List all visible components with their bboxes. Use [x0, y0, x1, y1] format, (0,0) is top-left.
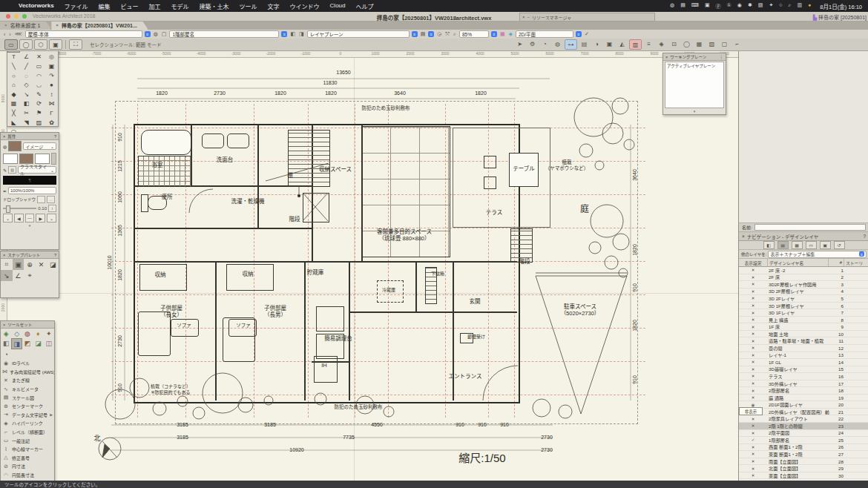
checkbox-icon[interactable]: ▢: [161, 31, 168, 37]
layer-row[interactable]: ✕3D 1Fレイヤ7: [739, 309, 868, 317]
tool-button[interactable]: ↘: [20, 90, 33, 99]
layer-name[interactable]: 3D基礎レイヤ: [767, 366, 830, 372]
layer-row[interactable]: ✕道路・駐車場・地面・植栽11: [739, 337, 868, 345]
layer-visibility-icon[interactable]: ✕: [739, 346, 767, 350]
layer-name[interactable]: 3D外構レイヤ: [767, 380, 830, 387]
drawing-canvas[interactable]: 1365011830182027301820182036401820防犯のため玉…: [0, 50, 738, 481]
column-header[interactable]: 表示設定: [739, 259, 768, 266]
layer-name[interactable]: 3D 1Fレイヤ: [767, 309, 830, 316]
tool-button[interactable]: ▭: [33, 62, 45, 71]
toolbar-icon[interactable]: ◔: [539, 39, 550, 48]
layer-name[interactable]: 地面 土地: [767, 331, 830, 337]
close-window-button[interactable]: [6, 14, 10, 19]
menu-item[interactable]: 編集: [93, 2, 116, 10]
layer-row[interactable]: ✕1F 床9: [739, 323, 868, 331]
layer-visibility-icon[interactable]: ✕: [739, 473, 767, 478]
active-class-field[interactable]: 屋根-本体: [25, 30, 142, 38]
saved-view-icon[interactable]: ✓: [584, 31, 590, 37]
toolbar-icon[interactable]: ▣: [604, 39, 615, 48]
selection-mode-button[interactable]: ⬡: [34, 39, 47, 50]
layer-visibility-icon[interactable]: ✕: [739, 417, 767, 421]
toolbar-icon[interactable]: ◍: [552, 39, 563, 48]
layer-name[interactable]: 3D 2Fレイヤ: [767, 295, 830, 302]
layer-name[interactable]: 東面【立面図】: [767, 472, 830, 479]
tool-button[interactable]: ◇: [20, 80, 33, 90]
class-options-icon[interactable]: ≡: [145, 31, 151, 37]
layer-name[interactable]: 1階部屋名: [767, 437, 830, 444]
tool-set-tab[interactable]: ◧: [1, 338, 11, 348]
zoom-glass-icon[interactable]: ⌕: [453, 31, 457, 37]
page-icon[interactable]: ▤: [420, 31, 427, 37]
menu-item[interactable]: 文字: [263, 2, 285, 10]
layer-name[interactable]: 北面【立面図】: [767, 465, 830, 472]
tool-item[interactable]: ⊘円寸法: [1, 462, 54, 471]
layer-row[interactable]: ✕西面 断面1・2階26: [739, 444, 868, 452]
menu-status-icon[interactable]: ◉: [734, 2, 745, 10]
clip-cube-icon[interactable]: ▦: [499, 31, 506, 37]
layer-visibility-icon[interactable]: ◉: [739, 403, 767, 407]
nav-mode-icon[interactable]: ↺: [834, 241, 845, 249]
tool-button[interactable]: ╲: [7, 62, 20, 71]
help-icon[interactable]: ?: [863, 234, 866, 239]
close-tab-icon[interactable]: ×: [56, 23, 59, 27]
layer-name[interactable]: 1F 床: [767, 323, 830, 330]
menu-status-icon[interactable]: ▥: [794, 2, 805, 10]
tool-set-tab[interactable]: ✦: [44, 329, 54, 338]
tool-item[interactable]: ✕またぎ線: [1, 376, 54, 385]
menu-status-icon[interactable]: ⌾: [776, 2, 785, 10]
column-header[interactable]: デザインレイヤ名: [768, 259, 829, 266]
plane-color-icon[interactable]: ◨: [298, 31, 305, 37]
layer-visibility-icon[interactable]: ✕: [739, 353, 767, 357]
menu-status-icon[interactable]: ▤: [677, 2, 688, 10]
layer-name[interactable]: 西面 断面1・2階: [767, 444, 830, 450]
fill-color-right[interactable]: [35, 154, 50, 164]
fill-color-left[interactable]: [3, 154, 18, 164]
tool-set-tab[interactable]: ◩: [22, 338, 33, 348]
layer-row[interactable]: ✕2階平面図24: [739, 430, 868, 438]
layer-row[interactable]: ✕2階部屋名18: [739, 387, 868, 395]
zoom-window-button[interactable]: [22, 14, 27, 19]
opacity-slider[interactable]: [3, 208, 36, 209]
tool-set-tab[interactable]: ◍: [22, 329, 33, 338]
fill-texture[interactable]: [19, 154, 34, 164]
snap-button[interactable]: ↘: [1, 270, 13, 281]
tool-button[interactable]: ◡: [33, 80, 45, 90]
layer-row[interactable]: ✕3D外構レイヤ17: [739, 380, 868, 388]
toolbar-icon[interactable]: ▦: [694, 39, 705, 48]
toolbar-icon[interactable]: ⊶: [565, 39, 577, 50]
menu-item[interactable]: Cloud: [325, 2, 351, 10]
tool-button[interactable]: ↷: [45, 71, 58, 81]
layer-visibility-icon[interactable]: ✕: [739, 303, 767, 308]
layer-row[interactable]: ✕北面【立面図】29: [739, 465, 868, 472]
tool-button[interactable]: ◧: [20, 99, 33, 109]
tool-item[interactable]: ∿キルビメータ: [1, 385, 54, 394]
fill-style-dropdown[interactable]: イメージ⌄: [23, 142, 56, 150]
layer-visibility-icon[interactable]: ✕: [739, 268, 767, 272]
layer-visibility-icon[interactable]: ✓: [739, 438, 767, 442]
layer-visibility-icon[interactable]: ✕: [739, 374, 767, 378]
layer-row[interactable]: ✕3D 2F屋根レイヤ4: [739, 288, 868, 296]
layer-name[interactable]: 1F GL: [767, 360, 830, 365]
tool-set-tab[interactable]: ◇: [11, 329, 22, 338]
tool-button[interactable]: ✿: [45, 118, 58, 128]
tool-button[interactable]: ▦: [7, 99, 20, 109]
close-tab-icon[interactable]: ×: [4, 23, 7, 27]
layer-row[interactable]: ✕3D 1F屋根レイヤ6: [739, 303, 868, 310]
layer-visibility-icon[interactable]: ✕: [739, 339, 767, 343]
tool-item[interactable]: ◠円弧長寸法: [1, 471, 54, 480]
tool-button[interactable]: ⟳: [33, 99, 45, 109]
dropshadow-more-button[interactable]: …: [47, 196, 55, 203]
pen-icon[interactable]: ✎: [3, 168, 7, 173]
tool-button[interactable]: ◠: [33, 71, 45, 81]
tool-button[interactable]: ╳: [7, 108, 20, 118]
layer-name[interactable]: レイヤ-1: [767, 352, 830, 358]
layer-row[interactable]: ✕3D基礎レイヤ15: [739, 366, 868, 374]
layer-visibility-icon[interactable]: ✕: [739, 395, 767, 400]
tool-item[interactable]: ⇥データム文字記号▶: [1, 411, 54, 420]
document-tab[interactable]: ×拝島の家【20250801】VW201...: [51, 21, 148, 30]
document-tab[interactable]: ×名称未設定 1: [0, 21, 51, 30]
layer-visibility-icon[interactable]: ✕: [739, 275, 767, 280]
line-weight-icon[interactable]: ✒: [3, 188, 7, 194]
toolbar-icon[interactable]: ⚙: [527, 39, 538, 48]
pen-style-dropdown[interactable]: クラススタイル⌄: [18, 166, 56, 174]
